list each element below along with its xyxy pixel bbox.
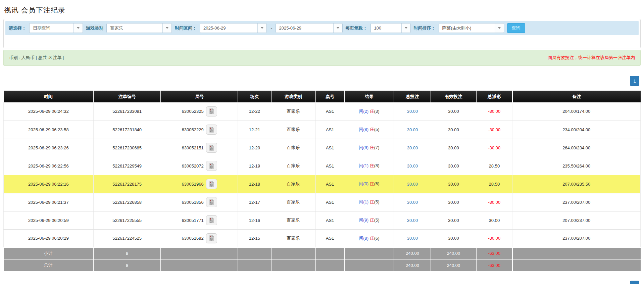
- cell-table-no: AS1: [316, 102, 344, 121]
- video-replay-button[interactable]: [206, 215, 217, 225]
- cell-payout: 30.00: [476, 211, 512, 229]
- cell-game-type: 百家乐: [271, 229, 316, 247]
- cell-result: 闲(9) 庄(5): [344, 211, 394, 229]
- round-id-text: 630052151: [182, 145, 204, 150]
- result-player: 闲(8): [359, 236, 368, 241]
- cell-game-type: 百家乐: [271, 102, 316, 121]
- cell-round-id: 630051856: [161, 193, 238, 211]
- result-banker-num: (5): [374, 199, 380, 204]
- game-type-select[interactable]: 百家乐: [106, 23, 172, 33]
- page-title: 视讯 会员下注纪录: [4, 5, 644, 15]
- cell-round-id: 630052229: [161, 121, 238, 139]
- video-replay-button[interactable]: [206, 106, 217, 116]
- cell-total-bet[interactable]: 30.00: [394, 157, 431, 175]
- chevron-down-icon[interactable]: [257, 23, 266, 33]
- cell-bet-id: 522617228175: [93, 175, 161, 193]
- summary-empty-cell: [316, 247, 344, 259]
- cell-result: 闲(1) 庄(5): [344, 193, 394, 211]
- cell-payout: 28.50: [476, 175, 512, 193]
- time-sort-select[interactable]: 降冪(由大到小): [439, 23, 504, 33]
- video-replay-button[interactable]: [206, 233, 217, 243]
- video-replay-button[interactable]: [206, 179, 217, 189]
- summary-count: 8: [93, 247, 161, 259]
- cell-total-bet[interactable]: 30.00: [394, 139, 431, 157]
- cell-table-no: AS1: [316, 175, 344, 193]
- table-row: 2025-06-29 06:22:56522617229549630052072…: [4, 157, 641, 175]
- summary-payout: -63.00: [476, 247, 512, 259]
- pagination-top: 1: [5, 76, 639, 86]
- result-banker-num: (6): [374, 236, 380, 241]
- cell-valid-bet: 30.00: [431, 229, 476, 247]
- cell-time: 2025-06-29 06:22:16: [4, 175, 94, 193]
- result-player: 闲(9): [359, 218, 368, 223]
- summary-payout: -63.00: [476, 259, 512, 271]
- column-header: 总派彩: [476, 91, 512, 102]
- summary-row: 小计8240.00240.00-63.00: [4, 247, 641, 259]
- summary-total-bet: 240.00: [394, 259, 431, 271]
- chevron-down-icon[interactable]: [73, 23, 83, 33]
- table-row: 2025-06-29 06:23:26522617230685630052151…: [4, 139, 641, 157]
- video-replay-button[interactable]: [206, 161, 217, 171]
- query-type-value: 日期查询: [30, 23, 73, 33]
- video-replay-button[interactable]: [206, 125, 217, 135]
- pagination-page-button[interactable]: 1: [630, 281, 639, 284]
- cell-time: 2025-06-29 06:21:37: [4, 193, 94, 211]
- cell-round-id: 630052072: [161, 157, 238, 175]
- round-id-text: 630052072: [182, 163, 204, 169]
- cell-valid-bet: 30.00: [431, 139, 476, 157]
- pagination-page-button[interactable]: 1: [630, 76, 639, 86]
- cell-result: 闲(2) 庄(3): [344, 102, 394, 121]
- summary-empty-cell: [271, 259, 316, 271]
- result-banker-num: (5): [374, 218, 380, 223]
- column-header: 注单编号: [93, 91, 161, 102]
- column-header: 桌号: [316, 91, 344, 102]
- result-banker: 庄: [370, 145, 374, 150]
- time-sort-value: 降冪(由大到小): [439, 23, 495, 33]
- page-size-select[interactable]: 100: [370, 23, 411, 33]
- chevron-down-icon[interactable]: [333, 23, 342, 33]
- video-replay-icon: [208, 127, 215, 133]
- search-button[interactable]: 查询: [507, 23, 525, 33]
- cell-remark: 207.00/237.00: [512, 211, 641, 229]
- summary-valid-bet: 240.00: [431, 247, 476, 259]
- cell-total-bet[interactable]: 30.00: [394, 121, 431, 139]
- chevron-down-icon[interactable]: [495, 23, 504, 33]
- cell-total-bet[interactable]: 30.00: [394, 102, 431, 121]
- cell-total-bet[interactable]: 30.00: [394, 211, 431, 229]
- date-to-select[interactable]: 2025-06-29: [276, 23, 343, 33]
- summary-empty-cell: [512, 259, 641, 271]
- date-from-select[interactable]: 2025-06-29: [200, 23, 267, 33]
- cell-bet-id: 522617230685: [93, 139, 161, 157]
- date-from-value: 2025-06-29: [200, 23, 257, 33]
- cell-total-bet[interactable]: 30.00: [394, 193, 431, 211]
- video-replay-icon: [208, 163, 215, 169]
- cell-time: 2025-06-29 06:22:56: [4, 157, 94, 175]
- video-replay-icon: [208, 181, 215, 187]
- page-size-value: 100: [371, 23, 401, 33]
- cell-total-bet[interactable]: 30.00: [394, 229, 431, 247]
- video-replay-button[interactable]: [206, 197, 217, 207]
- result-banker: 庄: [370, 109, 374, 114]
- page-size-label: 每页笔数：: [346, 25, 367, 31]
- table-row: 2025-06-29 06:21:37522617226858630051856…: [4, 193, 641, 211]
- video-replay-button[interactable]: [206, 143, 217, 153]
- result-player: 闲(8): [359, 127, 368, 132]
- cell-valid-bet: 30.00: [431, 175, 476, 193]
- chevron-down-icon[interactable]: [162, 23, 171, 33]
- cell-game-type: 百家乐: [271, 157, 316, 175]
- result-banker: 庄: [370, 163, 374, 168]
- summary-bar: 币别 : 人民币 | 总共 :8 注单 | 同局有效投注，统一计算在该局第一张注…: [3, 50, 641, 66]
- column-header: 时间: [4, 91, 94, 102]
- table-row: 2025-06-29 06:23:58522617231840630052229…: [4, 121, 641, 139]
- result-banker: 庄: [370, 127, 374, 132]
- query-type-select[interactable]: 日期查询: [29, 23, 83, 33]
- result-banker: 庄: [370, 199, 374, 204]
- cell-total-bet[interactable]: 30.00: [394, 175, 431, 193]
- round-id-text: 630051771: [182, 218, 204, 223]
- cell-valid-bet: 30.00: [431, 121, 476, 139]
- column-header: 有效投注: [431, 91, 476, 102]
- round-id-text: 630052229: [182, 127, 204, 132]
- chevron-down-icon[interactable]: [401, 23, 410, 33]
- cell-table-no: AS1: [316, 229, 344, 247]
- cell-valid-bet: 30.00: [431, 193, 476, 211]
